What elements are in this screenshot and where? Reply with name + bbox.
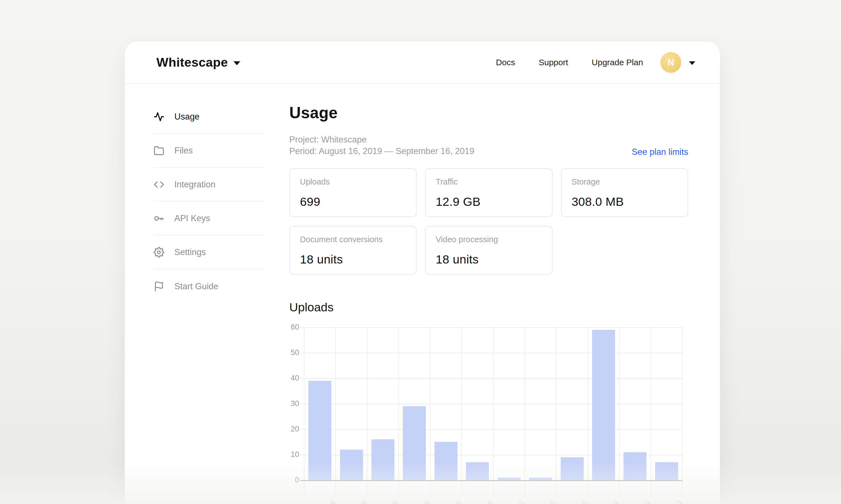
stat-value: 699 xyxy=(300,195,406,209)
stat-card-uploads: Uploads 699 xyxy=(289,168,416,217)
uploads-bar-chart: 010203040506016 Sep 201816 Oct 201816 No… xyxy=(304,328,682,481)
y-axis-tick-label: 40 xyxy=(282,374,299,382)
top-bar: Whitescape DocsSupportUpgrade Plan N xyxy=(125,41,720,84)
y-axis-tick-label: 10 xyxy=(282,450,299,459)
stat-label: Video processing xyxy=(436,235,542,244)
y-axis-tick-label: 20 xyxy=(282,425,299,433)
project-switcher[interactable]: Whitescape xyxy=(156,55,240,70)
bar-16-nov-2018 xyxy=(372,439,394,480)
gear-icon xyxy=(154,247,164,257)
app-logo: Whitescape xyxy=(156,55,228,70)
uploads-chart-section: Uploads 010203040506016 Sep 201816 Oct 2… xyxy=(289,301,688,481)
gridline xyxy=(398,328,399,496)
sidebar-item-label: Files xyxy=(174,146,193,156)
stat-card-traffic: Traffic 12.9 GB xyxy=(425,168,552,217)
bar-16-jul-2019 xyxy=(623,452,647,480)
sidebar-item-label: Usage xyxy=(174,112,200,122)
sidebar-item-start-guide[interactable]: Start Guide xyxy=(154,269,264,303)
gridline xyxy=(682,328,683,496)
account-menu[interactable]: N xyxy=(660,52,695,73)
chart-title: Uploads xyxy=(289,301,688,314)
sidebar-item-label: API Keys xyxy=(174,213,210,223)
bar-16-aug-2019 xyxy=(655,462,678,480)
bar-16-jan-2019 xyxy=(434,442,458,480)
nav-label: Upgrade Plan xyxy=(592,58,643,67)
nav-support[interactable]: Support xyxy=(538,58,568,67)
page-title: Usage xyxy=(289,103,688,122)
usage-meta-row: Project: Whitescape Period: August 16, 2… xyxy=(289,134,688,157)
stat-card-video-processing: Video processing 18 units xyxy=(425,226,552,275)
sidebar-item-settings[interactable]: Settings xyxy=(154,235,264,269)
x-axis-tick-label: 16 Jun 2019 xyxy=(584,499,621,504)
gridline xyxy=(300,480,682,481)
bar-16-sep-2018 xyxy=(308,381,331,480)
bar-16-dec-2018 xyxy=(403,406,426,480)
sidebar-item-usage[interactable]: Usage xyxy=(154,100,264,134)
bar-16-oct-2018 xyxy=(340,450,363,480)
gridline xyxy=(300,327,682,328)
stat-value: 18 units xyxy=(436,253,542,266)
x-axis-tick-label: 16 Aug 2019 xyxy=(647,499,684,504)
flag-icon xyxy=(154,281,164,292)
gridline xyxy=(588,328,588,496)
stat-label: Uploads xyxy=(300,177,406,186)
bar-16-may-2019 xyxy=(561,457,584,480)
gridline xyxy=(651,328,651,496)
usage-meta: Project: Whitescape Period: August 16, 2… xyxy=(289,134,474,157)
y-axis-tick-label: 60 xyxy=(282,323,299,331)
bar-16-feb-2019 xyxy=(466,462,489,480)
x-axis-tick-label: 16 Dec 2018 xyxy=(394,499,432,504)
main-content: Usage Project: Whitescape Period: August… xyxy=(264,84,720,481)
x-axis-tick-label: 16 May 2019 xyxy=(551,499,589,504)
gridline xyxy=(430,328,431,496)
x-axis-tick-label: 16 Oct 2018 xyxy=(332,499,369,504)
activity-icon xyxy=(154,111,164,122)
y-axis-tick-label: 50 xyxy=(282,348,299,357)
gridline xyxy=(300,353,682,353)
sidebar-item-label: Integration xyxy=(174,179,216,190)
bar-16-mar-2019 xyxy=(498,478,520,480)
sidebar-item-api-keys[interactable]: API Keys xyxy=(154,202,264,235)
sidebar-item-label: Start Guide xyxy=(174,282,218,291)
see-plan-limits-link[interactable]: See plan limits xyxy=(632,147,688,157)
x-axis-tick-label: 16 Sep 2018 xyxy=(300,499,338,504)
gridline xyxy=(493,328,494,496)
bar-16-jun-2019 xyxy=(592,330,615,480)
bar-16-apr-2019 xyxy=(529,478,552,480)
project-line: Project: Whitescape xyxy=(289,134,474,146)
gridline xyxy=(300,404,682,404)
nav-upgrade-plan[interactable]: Upgrade Plan xyxy=(592,58,643,67)
gridline xyxy=(619,328,620,496)
y-axis-tick-label: 30 xyxy=(282,399,299,408)
card-body: Usage Files Integration API Keys Setting… xyxy=(125,84,720,481)
x-axis-tick-label: 16 Feb 2019 xyxy=(458,499,495,504)
stat-card-document-conversions: Document conversions 18 units xyxy=(289,226,416,275)
stat-label: Traffic xyxy=(436,177,542,186)
key-icon xyxy=(154,213,164,224)
sidebar-item-files[interactable]: Files xyxy=(154,134,264,168)
sidebar: Usage Files Integration API Keys Setting… xyxy=(125,84,264,481)
code-icon xyxy=(154,179,164,190)
x-axis-tick-label: 16 Jul 2019 xyxy=(618,499,653,504)
avatar: N xyxy=(660,52,681,73)
stats-grid: Uploads 699 Traffic 12.9 GB Storage 308.… xyxy=(289,168,688,275)
gridline xyxy=(367,328,367,496)
app-card: Whitescape DocsSupportUpgrade Plan N Usa… xyxy=(125,41,720,504)
sidebar-item-integration[interactable]: Integration xyxy=(154,168,264,202)
stat-card-storage: Storage 308.0 MB xyxy=(561,168,688,217)
x-axis-tick-label: 16 Apr 2019 xyxy=(522,499,558,504)
stat-value: 308.0 MB xyxy=(571,195,677,209)
period-line: Period: August 16, 2019 — September 16, … xyxy=(289,146,474,157)
nav-docs[interactable]: Docs xyxy=(496,58,515,67)
y-axis-tick-label: 0 xyxy=(282,476,299,484)
gridline xyxy=(335,328,336,496)
chevron-down-icon xyxy=(689,61,695,65)
x-axis-tick-label: 16 Jan 2019 xyxy=(427,499,464,504)
sidebar-item-label: Settings xyxy=(174,247,206,257)
nav-label: Docs xyxy=(496,58,515,67)
x-axis-tick-label: 16 Mar 2019 xyxy=(489,499,527,504)
folder-icon xyxy=(154,145,164,156)
stat-value: 18 units xyxy=(300,253,406,266)
stat-value: 12.9 GB xyxy=(436,195,542,209)
gridline xyxy=(461,328,462,496)
